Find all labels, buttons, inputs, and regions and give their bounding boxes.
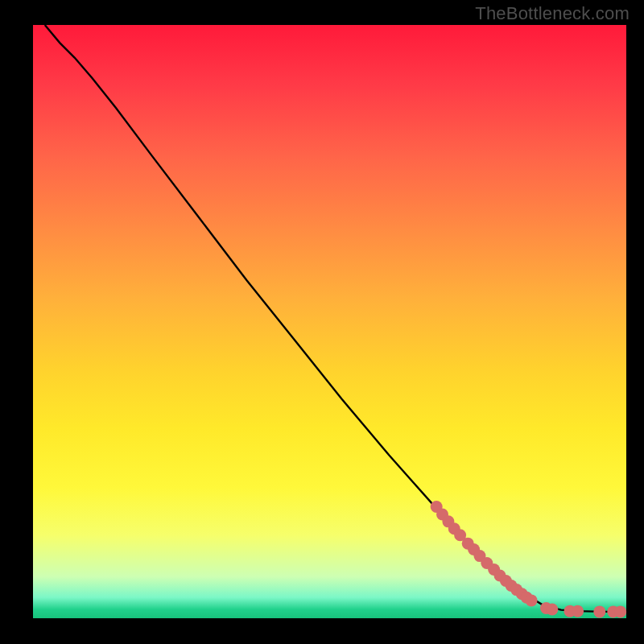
data-markers: [431, 501, 626, 617]
watermark-text: TheBottleneck.com: [475, 3, 630, 24]
chart-frame: TheBottleneck.com: [0, 0, 644, 644]
bottleneck-curve: [45, 25, 626, 612]
plot-area: [33, 25, 626, 618]
data-point: [593, 605, 605, 617]
chart-svg: [33, 25, 626, 618]
data-point: [526, 594, 538, 606]
data-point: [546, 603, 558, 615]
data-point: [614, 605, 626, 617]
data-point: [572, 605, 584, 617]
